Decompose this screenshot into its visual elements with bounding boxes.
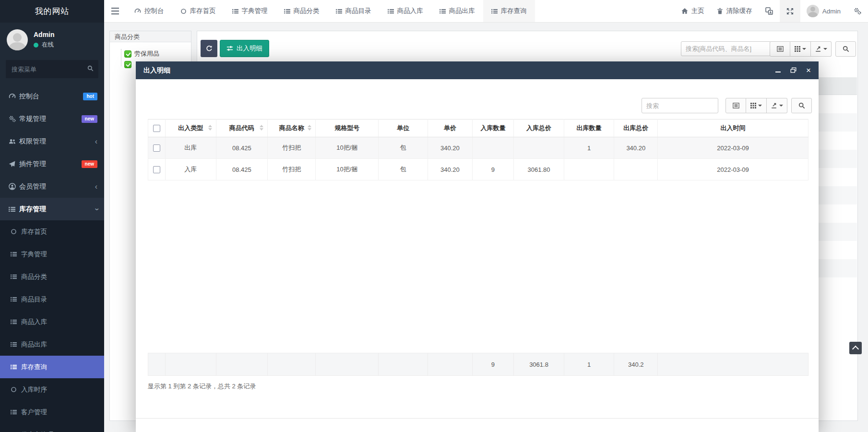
sidebar-subitem-dictionary[interactable]: 字典管理	[0, 243, 104, 265]
tab-inventory-query[interactable]: 库存查询	[483, 0, 535, 22]
cell-unit: 包	[379, 137, 428, 159]
sidebar-item-label: 控制台	[19, 92, 39, 101]
sidebar-subitem-inbound[interactable]: 商品入库	[0, 311, 104, 333]
circle-icon	[11, 228, 21, 235]
checked-checkbox-icon[interactable]	[124, 61, 131, 68]
column-label: 商品代码	[229, 124, 254, 132]
hamburger-icon[interactable]	[104, 0, 126, 22]
column-header[interactable]: 出库数量	[564, 120, 614, 137]
sidebar-subitem-customers[interactable]: 客户管理	[0, 401, 104, 423]
sidebar-subitem-catalog[interactable]: 商品目录	[0, 288, 104, 311]
sidebar-subitem-label: 客户管理	[21, 408, 47, 417]
column-header[interactable]: 入库总价	[514, 120, 564, 137]
close-icon[interactable]: ×	[806, 67, 811, 74]
column-header[interactable]: 规格型号	[316, 120, 379, 137]
summary-empty	[268, 353, 316, 376]
column-header[interactable]: 出入时间	[658, 120, 809, 137]
column-header[interactable]: 商品代码	[216, 120, 267, 137]
toggle-view-icon[interactable]	[725, 98, 746, 113]
minimize-icon[interactable]	[775, 68, 781, 72]
sidebar-item-plugins[interactable]: 插件管理 new	[0, 153, 104, 175]
tab-dictionary[interactable]: 字典管理	[224, 0, 276, 22]
row-checkbox[interactable]	[153, 166, 160, 173]
table-header-row: 出入类型 商品代码 商品名称 规格型号 单位 单价 入库数量 入库总价 出库数量…	[148, 120, 809, 137]
sidebar-subitem-suppliers[interactable]: 供应商管理	[0, 423, 104, 432]
sidebar-subitem-inventory-query[interactable]: 库存查询	[0, 356, 104, 378]
tab-label: 库存首页	[190, 7, 216, 15]
sidebar-subitem-categories[interactable]: 商品分类	[0, 265, 104, 288]
column-label: 出库总价	[623, 124, 648, 132]
user-menu[interactable]: Admin	[800, 0, 847, 22]
tab-outbound[interactable]: 商品出库	[431, 0, 483, 22]
row-checkbox[interactable]	[153, 144, 160, 152]
modal-search-input[interactable]	[642, 98, 718, 113]
tab-label: 商品分类	[294, 7, 320, 15]
sort-icon[interactable]	[208, 125, 212, 131]
translate-icon[interactable]	[759, 0, 780, 22]
column-header[interactable]: 出库总价	[614, 120, 658, 137]
settings-gear-icon[interactable]	[847, 0, 868, 22]
menu-search-input[interactable]	[6, 60, 98, 78]
brand-title: 我的网站	[0, 0, 104, 23]
sidebar-search	[6, 60, 98, 78]
restore-icon[interactable]	[790, 67, 797, 74]
summary-empty	[216, 353, 267, 376]
sort-icon[interactable]	[308, 125, 311, 131]
home-button[interactable]: 主页	[675, 0, 711, 22]
sidebar-subitem-inbound-timeline[interactable]: 入库时序	[0, 378, 104, 401]
list-icon	[9, 206, 19, 213]
cell-in-qty	[472, 137, 514, 159]
sidebar-item-general[interactable]: 常规管理 new	[0, 108, 104, 130]
sidebar-item-inventory[interactable]: 库存管理 ‹	[0, 198, 104, 220]
tab-console[interactable]: 控制台	[126, 0, 172, 22]
tree-item[interactable]: 劳保用品	[110, 48, 191, 60]
fullscreen-icon[interactable]	[780, 0, 800, 22]
table-search-input[interactable]	[681, 41, 771, 56]
sidebar-subitem-label: 入库时序	[21, 385, 47, 394]
toggle-view-icon[interactable]	[770, 41, 790, 57]
avatar[interactable]	[7, 29, 28, 50]
sidebar-item-console[interactable]: 控制台 hot	[0, 85, 104, 108]
column-label: 出入类型	[178, 124, 203, 132]
sidebar-item-permissions[interactable]: 权限管理 ‹	[0, 130, 104, 153]
export-dropdown-icon[interactable]	[767, 98, 787, 113]
summary-empty	[379, 353, 428, 376]
table-row[interactable]: 入库 08.425 竹扫把 10把/捆 包 340.20 9 3061.80 2…	[148, 159, 809, 180]
circle-icon	[180, 8, 187, 14]
column-header[interactable]: 商品名称	[268, 120, 316, 137]
column-label: 出库数量	[577, 124, 602, 132]
back-to-top-button[interactable]	[849, 342, 862, 354]
tab-inbound[interactable]: 商品入库	[380, 0, 431, 22]
select-all-checkbox[interactable]	[153, 125, 160, 132]
column-label: 入库总价	[526, 124, 551, 132]
checked-checkbox-icon[interactable]	[124, 50, 131, 58]
cell-unit-price: 340.20	[428, 137, 472, 159]
sidebar-subitem-outbound[interactable]: 商品出库	[0, 333, 104, 356]
column-header[interactable]: 入库数量	[472, 120, 514, 137]
column-header[interactable]: 单价	[428, 120, 472, 137]
sidebar: 我的网站 Admin 在线 控制台 hot 常规管理 new	[0, 0, 104, 432]
column-header[interactable]: 单位	[379, 120, 428, 137]
column-header[interactable]: 出入类型	[165, 120, 216, 137]
refresh-button[interactable]	[201, 40, 217, 57]
clear-cache-button[interactable]: 清除缓存	[711, 0, 759, 22]
export-dropdown-icon[interactable]	[811, 41, 832, 57]
tab-catalog[interactable]: 商品目录	[328, 0, 380, 22]
tab-inventory-home[interactable]: 库存首页	[172, 0, 224, 22]
columns-dropdown-icon[interactable]	[746, 98, 767, 113]
chevron-down-icon: ‹	[92, 208, 100, 210]
tab-label: 控制台	[144, 7, 164, 15]
sidebar-item-members[interactable]: 会员管理 ‹	[0, 175, 104, 198]
tab-categories[interactable]: 商品分类	[276, 0, 328, 22]
dashboard-icon	[9, 93, 19, 100]
sidebar-subitem-inventory-home[interactable]: 库存首页	[0, 220, 104, 243]
caret-down-icon	[779, 105, 783, 107]
cell-in-total	[514, 137, 564, 159]
sort-icon[interactable]	[260, 125, 263, 131]
table-row[interactable]: 出库 08.425 竹扫把 10把/捆 包 340.20 1 340.20 20…	[148, 137, 809, 159]
detail-button[interactable]: 出入明细	[220, 40, 269, 57]
columns-dropdown-icon[interactable]	[790, 41, 811, 57]
modal-search-submit-icon[interactable]	[791, 98, 812, 113]
list-icon	[11, 364, 21, 370]
search-submit-icon[interactable]	[835, 41, 856, 57]
